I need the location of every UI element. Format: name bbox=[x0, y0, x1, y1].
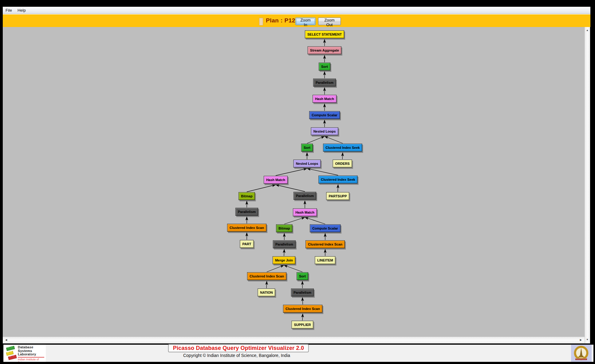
plan-node-sort-1[interactable]: Sort bbox=[319, 63, 330, 71]
plan-node-nested-loops-1[interactable]: Nested Loops bbox=[311, 127, 338, 135]
plan-node-hash-match-2[interactable]: Hash Match bbox=[264, 176, 288, 184]
scroll-left-icon[interactable]: ◀ bbox=[5, 339, 7, 341]
dsl-bricks-icon bbox=[5, 346, 18, 361]
plan-node-clustered-index-seek-1[interactable]: Clustered Index Seek bbox=[323, 144, 362, 152]
plan-node-parallelism-2[interactable]: Parallelism bbox=[294, 192, 316, 200]
app-title-box: Picasso Database Query Optimizer Visuali… bbox=[168, 344, 309, 352]
plan-node-sort-2[interactable]: Sort bbox=[301, 144, 313, 152]
plan-node-bitmap-1[interactable]: Bitmap bbox=[238, 192, 255, 200]
dsl-logo-line3: Laboratory bbox=[18, 353, 45, 356]
plan-node-lineitem[interactable]: LINEITEM bbox=[315, 256, 335, 264]
plan-tree-nodes: SELECT STATEMENTStream AggregateSortPara… bbox=[0, 0, 595, 364]
iisc-emblem-icon bbox=[571, 345, 592, 362]
plan-node-partsupp[interactable]: PARTSUPP bbox=[326, 192, 349, 200]
plan-node-clustered-index-scan-4[interactable]: Clustered Index Scan bbox=[283, 305, 322, 313]
vertical-scrollbar[interactable]: ▲ ▼ bbox=[585, 27, 590, 343]
plan-node-compute-scalar-1[interactable]: Compute Scalar bbox=[309, 111, 340, 119]
plan-node-parallelism-4[interactable]: Parallelism bbox=[273, 240, 296, 248]
dsl-logo-rule bbox=[18, 357, 44, 358]
plan-node-clustered-index-seek-2[interactable]: Clustered Index Seek bbox=[318, 176, 357, 184]
plan-node-clustered-index-scan-1[interactable]: Clustered Index Scan bbox=[227, 224, 266, 232]
plan-node-select-statement[interactable]: SELECT STATEMENT bbox=[305, 30, 344, 38]
plan-node-orders[interactable]: ORDERS bbox=[333, 160, 352, 168]
plan-node-compute-scalar-2[interactable]: Compute Scalar bbox=[310, 224, 341, 232]
scroll-up-icon[interactable]: ▲ bbox=[586, 29, 589, 32]
plan-node-clustered-index-scan-3[interactable]: Clustered Index Scan bbox=[247, 272, 286, 280]
plan-node-hash-match-1[interactable]: Hash Match bbox=[313, 95, 337, 103]
dsl-logo: Database Systems Laboratory Indian Insti… bbox=[3, 345, 46, 362]
scroll-down-icon[interactable]: ▼ bbox=[586, 339, 589, 341]
copyright-text: Copyright © Indian Institute of Science,… bbox=[183, 353, 290, 358]
app-title: Picasso Database Query Optimizer Visuali… bbox=[173, 345, 304, 351]
plan-node-parallelism-3[interactable]: Parallelism bbox=[235, 208, 258, 216]
plan-node-part[interactable]: PART bbox=[240, 240, 254, 248]
plan-node-sort-3[interactable]: Sort bbox=[297, 272, 308, 280]
plan-node-nested-loops-2[interactable]: Nested Loops bbox=[294, 160, 321, 168]
window-frame bbox=[0, 362, 595, 364]
plan-node-merge-join[interactable]: Merge Join bbox=[273, 256, 295, 264]
scroll-right-icon[interactable]: ▶ bbox=[580, 339, 582, 341]
plan-node-parallelism-1[interactable]: Parallelism bbox=[313, 79, 336, 87]
plan-node-nation[interactable]: NATION bbox=[258, 288, 275, 296]
horizontal-scrollbar[interactable]: ◀ ▶ bbox=[3, 337, 585, 343]
plan-node-hash-match-3[interactable]: Hash Match bbox=[293, 208, 317, 216]
plan-node-bitmap-2[interactable]: Bitmap bbox=[276, 224, 292, 232]
plan-node-clustered-index-scan-2[interactable]: Clustered Index Scan bbox=[305, 240, 345, 248]
dsl-logo-line1: Database bbox=[18, 346, 45, 349]
plan-node-stream-aggregate[interactable]: Stream Aggregate bbox=[308, 46, 341, 54]
plan-node-parallelism-5[interactable]: Parallelism bbox=[291, 288, 314, 296]
plan-node-supplier[interactable]: SUPPLIER bbox=[291, 321, 313, 329]
